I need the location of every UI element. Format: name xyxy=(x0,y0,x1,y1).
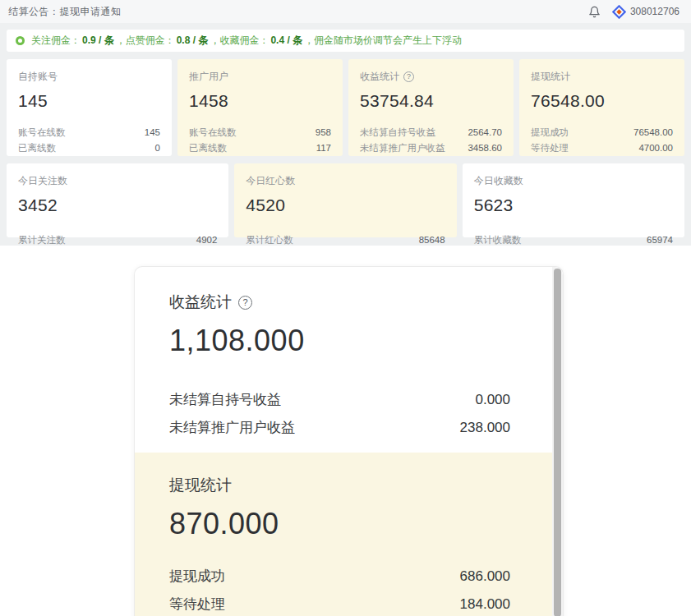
sub-label: 等待处理 xyxy=(531,140,569,156)
card-subrows: 账号在线数 145 已离线数 0 xyxy=(18,125,160,156)
card-withdraw-stats: 提现统计 76548.00 提现成功 76548.00 等待处理 4700.00 xyxy=(519,59,684,156)
sub-label: 未结算自持号收益 xyxy=(360,125,435,140)
user-id: 308012706 xyxy=(630,6,679,17)
panel-row-label: 未结算自持号收益 xyxy=(169,386,281,414)
sub-row: 已离线数 0 xyxy=(18,140,160,156)
stat-cards-row: 自持账号 145 账号在线数 145 已离线数 0 推广用户 1458 账号在线… xyxy=(7,59,684,156)
card-value: 1458 xyxy=(189,91,331,111)
card-income-stats: 收益统计 ? 53754.84 未结算自持号收益 2564.70 未结算推广用户… xyxy=(348,59,514,156)
sub-value: 76548.00 xyxy=(633,125,673,140)
card-subrows: 累计收藏数 65974 xyxy=(474,232,673,248)
panel-row: 未结算推广用户收益 238.000 xyxy=(169,414,510,442)
sub-row: 未结算自持号收益 2564.70 xyxy=(360,125,502,140)
card-subrows: 账号在线数 958 已离线数 117 xyxy=(189,125,331,156)
card-label-text: 收益统计 xyxy=(360,70,399,84)
card-today-hearts: 今日红心数 4520 累计红心数 85648 xyxy=(234,163,456,237)
card-value: 145 xyxy=(18,91,160,111)
panel-scrollbar-track[interactable] xyxy=(552,267,563,616)
sub-label: 累计关注数 xyxy=(18,232,66,248)
sub-value: 2564.70 xyxy=(468,125,502,140)
card-today-follows: 今日关注数 3452 累计关注数 4902 xyxy=(7,163,228,237)
sub-value: 145 xyxy=(145,125,160,140)
sub-label: 累计红心数 xyxy=(246,232,293,248)
sub-row: 累计收藏数 65974 xyxy=(474,232,673,248)
commission-notice-bar: 关注佣金： 0.9 / 条 ，点赞佣金： 0.8 / 条 ，收藏佣金： 0.4 … xyxy=(7,30,684,52)
sub-value: 65974 xyxy=(647,232,673,248)
sub-row: 未结算推广用户收益 3458.60 xyxy=(360,140,502,156)
panel-withdraw-rows: 提现成功 686.000 等待处理 184.000 xyxy=(169,563,510,616)
card-subrows: 未结算自持号收益 2564.70 未结算推广用户收益 3458.60 xyxy=(360,125,502,156)
card-label: 自持账号 xyxy=(18,70,160,84)
card-label: 收益统计 ? xyxy=(360,70,502,84)
sub-label: 已离线数 xyxy=(189,140,227,156)
card-label: 提现统计 xyxy=(531,70,673,84)
green-status-dot-icon xyxy=(16,36,25,45)
sub-row: 等待处理 4700.00 xyxy=(531,140,673,156)
card-value: 3452 xyxy=(18,195,217,215)
panel-row-label: 未结算推广用户收益 xyxy=(169,414,295,442)
panel-scrollbar-thumb[interactable] xyxy=(554,269,561,616)
panel-withdraw-section: 提现统计 870.000 提现成功 686.000 等待处理 184.000 xyxy=(135,453,563,616)
notice-value: 0.4 / 条 xyxy=(270,34,302,48)
card-value: 4520 xyxy=(246,195,445,215)
panel-income-rows: 未结算自持号收益 0.000 未结算推广用户收益 238.000 xyxy=(169,386,510,442)
sub-row: 累计红心数 85648 xyxy=(246,232,445,248)
sub-value: 85648 xyxy=(419,232,445,248)
brand-area: 308012706 xyxy=(612,5,679,19)
sub-row: 账号在线数 958 xyxy=(189,125,331,140)
notice-value: 0.9 / 条 xyxy=(82,34,114,48)
dashboard-upper: 关注佣金： 0.9 / 条 ，点赞佣金： 0.8 / 条 ，收藏佣金： 0.4 … xyxy=(0,23,691,246)
panel-row-value: 686.000 xyxy=(460,563,510,591)
top-bar-right: 308012706 xyxy=(588,5,679,19)
notice-note: ，佣金随市场价调节会产生上下浮动 xyxy=(304,34,462,48)
card-self-accounts: 自持账号 145 账号在线数 145 已离线数 0 xyxy=(7,59,172,156)
card-subrows: 提现成功 76548.00 等待处理 4700.00 xyxy=(531,125,673,156)
card-label: 推广用户 xyxy=(189,70,331,84)
panel-title-text: 收益统计 xyxy=(169,292,232,313)
notice-value: 0.8 / 条 xyxy=(177,34,209,48)
card-subrows: 累计红心数 85648 xyxy=(246,232,445,248)
panel-row-value: 0.000 xyxy=(475,386,510,414)
sub-value: 0 xyxy=(155,140,160,156)
panel-income-section: 收益统计 ? 1,108.000 未结算自持号收益 0.000 未结算推广用户收… xyxy=(135,267,563,453)
sub-value: 117 xyxy=(316,140,331,156)
panel-income-title: 收益统计 ? xyxy=(169,292,510,313)
sub-row: 账号在线数 145 xyxy=(18,125,160,140)
card-value: 5623 xyxy=(474,195,673,215)
question-circle-icon[interactable]: ? xyxy=(403,71,414,82)
card-label: 今日红心数 xyxy=(246,174,445,188)
panel-row: 等待处理 184.000 xyxy=(169,591,510,616)
today-cards-row: 今日关注数 3452 累计关注数 4902 今日红心数 4520 累计红心数 8… xyxy=(7,163,684,237)
card-label: 今日收藏数 xyxy=(474,174,673,188)
card-subrows: 累计关注数 4902 xyxy=(18,232,217,248)
sub-label: 未结算推广用户收益 xyxy=(360,140,445,156)
sub-value: 958 xyxy=(316,125,331,140)
notice-label: ，收藏佣金： xyxy=(210,34,269,48)
sub-row: 累计关注数 4902 xyxy=(18,232,217,248)
sub-row: 提现成功 76548.00 xyxy=(531,125,673,140)
panel-row-label: 等待处理 xyxy=(169,591,225,616)
card-today-favorites: 今日收藏数 5623 累计收藏数 65974 xyxy=(463,163,684,237)
notice-label: ，点赞佣金： xyxy=(116,34,175,48)
dashboard-lower: 收益统计 ? 1,108.000 未结算自持号收益 0.000 未结算推广用户收… xyxy=(0,266,691,616)
top-bar: 结算公告：提现申请通知 308012706 xyxy=(0,0,691,23)
card-promo-users: 推广用户 1458 账号在线数 958 已离线数 117 xyxy=(177,59,343,156)
panel-row: 未结算自持号收益 0.000 xyxy=(169,386,510,414)
panel-row-label: 提现成功 xyxy=(169,563,225,591)
card-value: 76548.00 xyxy=(531,91,673,111)
sub-label: 账号在线数 xyxy=(189,125,237,140)
sub-label: 累计收藏数 xyxy=(474,232,522,248)
panel-withdraw-title: 提现统计 xyxy=(169,475,510,496)
panel-income-total: 1,108.000 xyxy=(169,324,510,358)
sub-value: 3458.60 xyxy=(468,140,502,156)
card-value: 53754.84 xyxy=(360,91,502,111)
mobile-preview-panel: 收益统计 ? 1,108.000 未结算自持号收益 0.000 未结算推广用户收… xyxy=(134,266,564,616)
panel-withdraw-total: 870.000 xyxy=(169,507,510,541)
announcement-title: 结算公告：提现申请通知 xyxy=(8,5,122,19)
card-label: 今日关注数 xyxy=(18,174,217,188)
bell-icon[interactable] xyxy=(588,6,601,18)
sub-row: 已离线数 117 xyxy=(189,140,331,156)
notice-label: 关注佣金： xyxy=(31,34,81,48)
question-circle-icon[interactable]: ? xyxy=(238,296,252,310)
sub-value: 4700.00 xyxy=(638,140,673,156)
